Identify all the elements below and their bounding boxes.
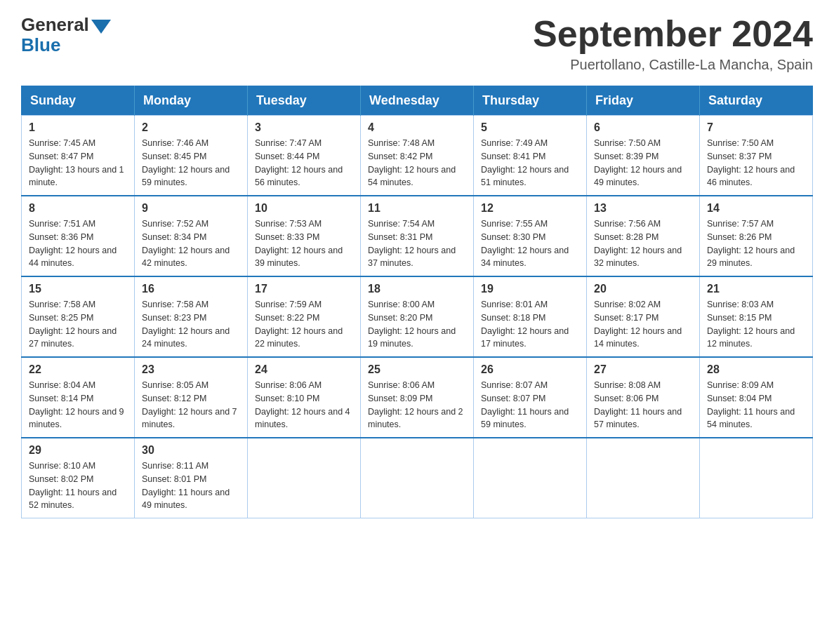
day-info: Sunrise: 7:46 AM Sunset: 8:45 PM Dayligh…	[142, 137, 240, 189]
day-info: Sunrise: 7:56 AM Sunset: 8:28 PM Dayligh…	[594, 217, 692, 270]
day-number: 17	[255, 283, 353, 295]
day-number: 11	[368, 202, 466, 215]
calendar-cell: 28 Sunrise: 8:09 AM Sunset: 8:04 PM Dayl…	[700, 357, 813, 438]
day-info: Sunrise: 8:05 AM Sunset: 8:12 PM Dayligh…	[142, 379, 240, 431]
calendar-cell: 10 Sunrise: 7:53 AM Sunset: 8:33 PM Dayl…	[248, 196, 361, 276]
day-number: 15	[29, 283, 127, 295]
day-info: Sunrise: 8:00 AM Sunset: 8:20 PM Dayligh…	[368, 298, 466, 351]
calendar-cell: 29 Sunrise: 8:10 AM Sunset: 8:02 PM Dayl…	[22, 438, 135, 518]
calendar-cell: 8 Sunrise: 7:51 AM Sunset: 8:36 PM Dayli…	[22, 196, 135, 276]
week-row-3: 15 Sunrise: 7:58 AM Sunset: 8:25 PM Dayl…	[22, 276, 813, 357]
day-number: 24	[255, 363, 353, 376]
day-number: 12	[481, 202, 579, 215]
day-number: 14	[707, 202, 805, 215]
day-info: Sunrise: 7:52 AM Sunset: 8:34 PM Dayligh…	[142, 217, 240, 270]
logo-text-general: General	[21, 14, 89, 36]
day-info: Sunrise: 8:06 AM Sunset: 8:09 PM Dayligh…	[368, 379, 466, 431]
calendar-cell: 15 Sunrise: 7:58 AM Sunset: 8:25 PM Dayl…	[22, 276, 135, 357]
calendar-cell	[474, 438, 587, 518]
calendar-cell: 20 Sunrise: 8:02 AM Sunset: 8:17 PM Dayl…	[587, 276, 700, 357]
calendar-cell	[248, 438, 361, 518]
day-number: 5	[481, 121, 579, 134]
title-section: September 2024 Puertollano, Castille-La …	[533, 14, 813, 73]
day-number: 4	[368, 121, 466, 134]
day-number: 9	[142, 202, 240, 215]
calendar-cell	[361, 438, 474, 518]
calendar-cell: 9 Sunrise: 7:52 AM Sunset: 8:34 PM Dayli…	[135, 196, 248, 276]
header-tuesday: Tuesday	[248, 86, 361, 116]
calendar-cell: 12 Sunrise: 7:55 AM Sunset: 8:30 PM Dayl…	[474, 196, 587, 276]
day-info: Sunrise: 7:50 AM Sunset: 8:39 PM Dayligh…	[594, 137, 692, 189]
calendar-cell: 16 Sunrise: 7:58 AM Sunset: 8:23 PM Dayl…	[135, 276, 248, 357]
calendar-cell: 23 Sunrise: 8:05 AM Sunset: 8:12 PM Dayl…	[135, 357, 248, 438]
day-info: Sunrise: 8:08 AM Sunset: 8:06 PM Dayligh…	[594, 379, 692, 431]
day-number: 26	[481, 363, 579, 376]
day-info: Sunrise: 7:59 AM Sunset: 8:22 PM Dayligh…	[255, 298, 353, 351]
day-info: Sunrise: 7:49 AM Sunset: 8:41 PM Dayligh…	[481, 137, 579, 189]
day-info: Sunrise: 8:10 AM Sunset: 8:02 PM Dayligh…	[29, 459, 127, 512]
day-info: Sunrise: 7:48 AM Sunset: 8:42 PM Dayligh…	[368, 137, 466, 189]
calendar-cell	[587, 438, 700, 518]
day-number: 2	[142, 121, 240, 134]
day-info: Sunrise: 7:50 AM Sunset: 8:37 PM Dayligh…	[707, 137, 805, 189]
day-info: Sunrise: 8:06 AM Sunset: 8:10 PM Dayligh…	[255, 379, 353, 431]
calendar-cell: 27 Sunrise: 8:08 AM Sunset: 8:06 PM Dayl…	[587, 357, 700, 438]
week-row-4: 22 Sunrise: 8:04 AM Sunset: 8:14 PM Dayl…	[22, 357, 813, 438]
page-header: General Blue September 2024 Puertollano,…	[21, 14, 813, 73]
day-number: 8	[29, 202, 127, 215]
day-info: Sunrise: 8:09 AM Sunset: 8:04 PM Dayligh…	[707, 379, 805, 431]
calendar-cell: 19 Sunrise: 8:01 AM Sunset: 8:18 PM Dayl…	[474, 276, 587, 357]
header-wednesday: Wednesday	[361, 86, 474, 116]
day-info: Sunrise: 7:58 AM Sunset: 8:25 PM Dayligh…	[29, 298, 127, 351]
header-row: SundayMondayTuesdayWednesdayThursdayFrid…	[22, 86, 813, 116]
day-number: 21	[707, 283, 805, 295]
calendar-cell: 7 Sunrise: 7:50 AM Sunset: 8:37 PM Dayli…	[700, 116, 813, 196]
day-number: 3	[255, 121, 353, 134]
logo: General Blue	[21, 14, 111, 56]
day-number: 29	[29, 444, 127, 457]
month-title: September 2024	[533, 14, 813, 54]
calendar-cell: 21 Sunrise: 8:03 AM Sunset: 8:15 PM Dayl…	[700, 276, 813, 357]
day-info: Sunrise: 8:03 AM Sunset: 8:15 PM Dayligh…	[707, 298, 805, 351]
header-saturday: Saturday	[700, 86, 813, 116]
header-monday: Monday	[135, 86, 248, 116]
calendar-cell: 13 Sunrise: 7:56 AM Sunset: 8:28 PM Dayl…	[587, 196, 700, 276]
week-row-1: 1 Sunrise: 7:45 AM Sunset: 8:47 PM Dayli…	[22, 116, 813, 196]
day-number: 10	[255, 202, 353, 215]
day-info: Sunrise: 7:57 AM Sunset: 8:26 PM Dayligh…	[707, 217, 805, 270]
calendar-cell: 25 Sunrise: 8:06 AM Sunset: 8:09 PM Dayl…	[361, 357, 474, 438]
day-number: 16	[142, 283, 240, 295]
header-sunday: Sunday	[22, 86, 135, 116]
day-number: 20	[594, 283, 692, 295]
location: Puertollano, Castille-La Mancha, Spain	[533, 57, 813, 73]
calendar-cell: 3 Sunrise: 7:47 AM Sunset: 8:44 PM Dayli…	[248, 116, 361, 196]
week-row-2: 8 Sunrise: 7:51 AM Sunset: 8:36 PM Dayli…	[22, 196, 813, 276]
day-number: 27	[594, 363, 692, 376]
calendar-cell: 6 Sunrise: 7:50 AM Sunset: 8:39 PM Dayli…	[587, 116, 700, 196]
day-number: 28	[707, 363, 805, 376]
calendar-cell: 4 Sunrise: 7:48 AM Sunset: 8:42 PM Dayli…	[361, 116, 474, 196]
header-friday: Friday	[587, 86, 700, 116]
calendar-cell: 17 Sunrise: 7:59 AM Sunset: 8:22 PM Dayl…	[248, 276, 361, 357]
day-number: 22	[29, 363, 127, 376]
calendar-cell: 11 Sunrise: 7:54 AM Sunset: 8:31 PM Dayl…	[361, 196, 474, 276]
day-info: Sunrise: 8:01 AM Sunset: 8:18 PM Dayligh…	[481, 298, 579, 351]
header-thursday: Thursday	[474, 86, 587, 116]
day-number: 6	[594, 121, 692, 134]
day-number: 13	[594, 202, 692, 215]
day-number: 30	[142, 444, 240, 457]
calendar-cell: 14 Sunrise: 7:57 AM Sunset: 8:26 PM Dayl…	[700, 196, 813, 276]
calendar-table: SundayMondayTuesdayWednesdayThursdayFrid…	[21, 86, 813, 518]
day-info: Sunrise: 8:11 AM Sunset: 8:01 PM Dayligh…	[142, 459, 240, 512]
day-info: Sunrise: 8:04 AM Sunset: 8:14 PM Dayligh…	[29, 379, 127, 431]
day-info: Sunrise: 7:58 AM Sunset: 8:23 PM Dayligh…	[142, 298, 240, 351]
day-info: Sunrise: 7:54 AM Sunset: 8:31 PM Dayligh…	[368, 217, 466, 270]
day-info: Sunrise: 7:51 AM Sunset: 8:36 PM Dayligh…	[29, 217, 127, 270]
day-info: Sunrise: 8:07 AM Sunset: 8:07 PM Dayligh…	[481, 379, 579, 431]
calendar-cell: 24 Sunrise: 8:06 AM Sunset: 8:10 PM Dayl…	[248, 357, 361, 438]
day-number: 23	[142, 363, 240, 376]
calendar-cell: 26 Sunrise: 8:07 AM Sunset: 8:07 PM Dayl…	[474, 357, 587, 438]
day-info: Sunrise: 7:45 AM Sunset: 8:47 PM Dayligh…	[29, 137, 127, 189]
calendar-cell: 2 Sunrise: 7:46 AM Sunset: 8:45 PM Dayli…	[135, 116, 248, 196]
calendar-cell: 22 Sunrise: 8:04 AM Sunset: 8:14 PM Dayl…	[22, 357, 135, 438]
